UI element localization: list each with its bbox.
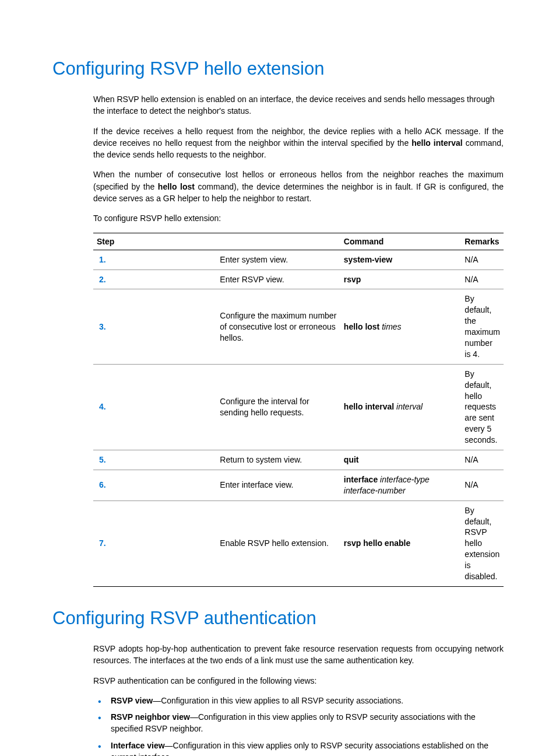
table-row: 7. Enable RSVP hello extension. rsvp hel… xyxy=(93,501,504,586)
section-rsvp-hello: Configuring RSVP hello extension When RS… xyxy=(52,58,504,587)
cmd-text: quit xyxy=(344,455,359,464)
cmd-arg: interval xyxy=(396,402,423,411)
step-remarks: N/A xyxy=(461,270,504,289)
step-command: rsvp xyxy=(340,270,462,289)
step-desc: Enter interface view. xyxy=(216,470,340,501)
content-block: RSVP adopts hop-by-hop authentication to… xyxy=(93,643,504,756)
th-remarks: Remarks xyxy=(461,233,504,250)
text: —Configuration in this view applies to a… xyxy=(153,696,403,705)
text: —Configuration in this view applies only… xyxy=(111,741,488,756)
step-remarks: By default, the maximum number is 4. xyxy=(461,289,504,364)
step-desc: Enable RSVP hello extension. xyxy=(216,501,340,586)
step-number: 1. xyxy=(93,250,216,270)
text-bold: RSVP neighbor view xyxy=(111,712,190,722)
step-remarks: N/A xyxy=(461,250,504,270)
table-row: 3. Configure the maximum number of conse… xyxy=(93,289,504,364)
list-item: RSVP neighbor view—Configuration in this… xyxy=(93,711,504,735)
step-number: 4. xyxy=(93,364,216,450)
paragraph: RSVP authentication can be configured in… xyxy=(93,675,504,687)
text-bold: Interface view xyxy=(111,741,165,750)
step-desc: Enter system view. xyxy=(216,250,340,270)
step-remarks: By default, hello requests are sent ever… xyxy=(461,364,504,450)
step-desc: Configure the maximum number of consecut… xyxy=(216,289,340,364)
list-item: Interface view—Configuration in this vie… xyxy=(93,740,504,756)
step-number: 2. xyxy=(93,270,216,289)
text-bold: RSVP view xyxy=(111,696,153,705)
content-block: When RSVP hello extension is enabled on … xyxy=(93,93,504,587)
section-rsvp-auth: Configuring RSVP authentication RSVP ado… xyxy=(52,608,504,756)
step-number: 5. xyxy=(93,450,216,470)
cmd-text: hello lost xyxy=(344,322,382,331)
step-number: 3. xyxy=(93,289,216,364)
step-command: system-view xyxy=(340,250,462,270)
text-bold: hello lost xyxy=(158,182,195,191)
bullet-list: RSVP view—Configuration in this view app… xyxy=(93,695,504,756)
table-row: 5. Return to system view. quit N/A xyxy=(93,450,504,470)
paragraph: To configure RSVP hello extension: xyxy=(93,212,504,224)
th-command: Command xyxy=(340,233,462,250)
table-row: 4. Configure the interval for sending he… xyxy=(93,364,504,450)
cmd-text: hello interval xyxy=(344,402,396,411)
cmd-text: rsvp hello enable xyxy=(344,538,410,548)
step-number: 6. xyxy=(93,470,216,501)
step-command: interface interface-type interface-numbe… xyxy=(340,470,462,501)
table-row: 6. Enter interface view. interface inter… xyxy=(93,470,504,501)
heading-rsvp-hello: Configuring RSVP hello extension xyxy=(52,58,504,79)
step-remarks: By default, RSVP hello extension is disa… xyxy=(461,501,504,586)
step-command: quit xyxy=(340,450,462,470)
step-command: hello interval interval xyxy=(340,364,462,450)
table-row: 1. Enter system view. system-view N/A xyxy=(93,250,504,270)
step-command: hello lost times xyxy=(340,289,462,364)
step-desc: Return to system view. xyxy=(216,450,340,470)
step-remarks: N/A xyxy=(461,470,504,501)
step-desc: Enter RSVP view. xyxy=(216,270,340,289)
paragraph: When RSVP hello extension is enabled on … xyxy=(93,93,504,117)
cmd-text: system-view xyxy=(344,255,392,264)
heading-rsvp-auth: Configuring RSVP authentication xyxy=(52,608,504,629)
steps-table-hello: Step Command Remarks 1. Enter system vie… xyxy=(93,233,504,587)
list-item: RSVP view—Configuration in this view app… xyxy=(93,695,504,706)
cmd-text: interface xyxy=(344,475,380,484)
paragraph: When the number of consecutive lost hell… xyxy=(93,169,504,204)
step-command: rsvp hello enable xyxy=(340,501,462,586)
cmd-arg: times xyxy=(382,322,401,331)
paragraph: RSVP adopts hop-by-hop authentication to… xyxy=(93,643,504,667)
table-row: 2. Enter RSVP view. rsvp N/A xyxy=(93,270,504,289)
step-remarks: N/A xyxy=(461,450,504,470)
table-header-row: Step Command Remarks xyxy=(93,233,504,250)
page: Configuring RSVP hello extension When RS… xyxy=(0,0,556,756)
text-bold: hello interval xyxy=(411,138,462,148)
step-desc: Configure the interval for sending hello… xyxy=(216,364,340,450)
th-step: Step xyxy=(93,233,340,250)
paragraph: If the device receives a hello request f… xyxy=(93,125,504,161)
cmd-text: rsvp xyxy=(344,275,361,284)
step-number: 7. xyxy=(93,501,216,586)
